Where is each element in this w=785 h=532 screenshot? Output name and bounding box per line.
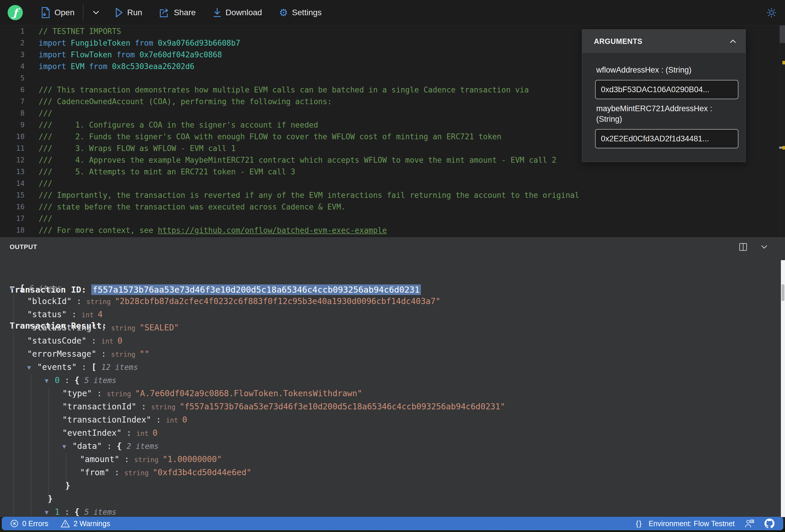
line-number: 3 — [0, 49, 25, 60]
json-row: ▼"data" : { 2 items — [0, 439, 779, 453]
line-number: 10 — [0, 131, 25, 143]
line-number: 6 — [0, 84, 25, 96]
open-dropdown-button[interactable] — [86, 7, 106, 19]
toolbar-divider — [83, 4, 83, 21]
code-line: 17/// — [0, 213, 785, 224]
arguments-body: wflowAddressHex : (String) maybeMintERC7… — [582, 53, 745, 148]
theme-toggle-sun-icon[interactable] — [766, 7, 777, 18]
download-button[interactable]: Download — [207, 5, 268, 21]
warning-marker-1 — [782, 61, 785, 65]
flow-runner-window: ƒ Open — [0, 0, 785, 530]
line-number: 11 — [0, 143, 25, 154]
indent-guide — [66, 453, 67, 492]
status-bar: 0 Errors 2 Warnings {} Environment: Flow… — [2, 517, 783, 530]
arguments-title: ARGUMENTS — [594, 37, 642, 46]
argument-label-maybemint: maybeMintERC721AddressHex : (String) — [596, 103, 733, 124]
json-row: } — [0, 479, 779, 492]
transaction-result-tree: ▼{ 6 items"blockId" : string "2b28cbfb87… — [0, 281, 779, 517]
errors-label: 0 Errors — [22, 520, 48, 528]
json-row: "errorMessage" : string "" — [0, 347, 779, 360]
code-line: 13/// 5. Attempts to mint an ERC721 toke… — [0, 166, 785, 178]
settings-gear-icon: ⚙ — [279, 8, 288, 18]
line-number: 4 — [0, 60, 25, 72]
desktop-background: ƒ Open — [0, 0, 785, 532]
share-icon — [159, 8, 170, 18]
line-number: 16 — [0, 201, 25, 213]
output-scrollbar-thumb[interactable] — [782, 284, 784, 301]
line-number: 14 — [0, 178, 25, 189]
open-file-icon — [41, 7, 50, 18]
json-row: ▼"events" : [ 12 items — [0, 360, 779, 374]
line-number: 12 — [0, 154, 25, 166]
chevron-up-icon[interactable] — [729, 38, 737, 44]
line-number: 5 — [0, 72, 25, 84]
json-row: "statusString" : string "SEALED" — [0, 321, 779, 334]
environment-status[interactable]: {} Environment: Flow Testnet — [636, 519, 735, 528]
json-row: "blockId" : string "2b28cbfb87da2cfec4f0… — [0, 295, 779, 308]
warning-icon — [60, 519, 70, 528]
json-row: "eventIndex" : int 0 — [0, 426, 779, 439]
expand-arrow-icon[interactable]: ▼ — [10, 282, 20, 295]
argument-input-wflow[interactable] — [595, 80, 738, 99]
warning-marker-2 — [782, 146, 785, 150]
line-number: 7 — [0, 96, 25, 107]
expand-arrow-icon[interactable]: ▼ — [27, 361, 37, 374]
line-number: 2 — [0, 37, 25, 49]
editor-scrollbar[interactable] — [780, 25, 785, 43]
open-label: Open — [54, 8, 75, 17]
code-line: 15/// Importantly, the transaction is re… — [0, 189, 785, 201]
errors-status[interactable]: 0 Errors — [10, 519, 48, 528]
share-button[interactable]: Share — [154, 5, 201, 21]
json-row: "transactionIndex" : int 0 — [0, 413, 779, 426]
toolbar: ƒ Open — [0, 0, 785, 25]
warnings-label: 2 Warnings — [73, 520, 110, 528]
feedback-person-icon[interactable] — [744, 519, 755, 528]
json-row: "statusCode" : int 0 — [0, 334, 779, 347]
indent-guide — [31, 374, 31, 517]
code-link[interactable]: https://github.com/onflow/batched-evm-ex… — [158, 226, 387, 235]
line-number: 17 — [0, 213, 25, 224]
arguments-panel: ARGUMENTS wflowAddressHex : (String) may… — [582, 29, 746, 162]
expand-arrow-icon[interactable]: ▼ — [45, 374, 55, 387]
json-row: ▼1 : { 5 items — [0, 505, 779, 517]
environment-label: Environment: Flow Testnet — [649, 520, 735, 528]
line-number: 15 — [0, 189, 25, 201]
download-icon — [213, 8, 222, 18]
warnings-status[interactable]: 2 Warnings — [60, 519, 110, 528]
indent-guide — [14, 295, 14, 517]
indent-guide — [49, 387, 49, 505]
argument-input-maybemint[interactable] — [595, 129, 738, 148]
run-button[interactable]: Run — [110, 5, 148, 21]
split-editor-icon[interactable] — [739, 243, 748, 251]
run-play-icon — [115, 8, 123, 18]
line-number: 1 — [0, 25, 25, 37]
line-number: 9 — [0, 119, 25, 131]
output-title: OUTPUT — [10, 243, 37, 251]
json-row: ▼{ 6 items — [0, 281, 779, 295]
json-row: } — [0, 492, 779, 505]
flow-logo: ƒ — [8, 5, 23, 20]
open-button[interactable]: Open — [36, 4, 80, 21]
download-label: Download — [226, 8, 262, 17]
code-line: 16/// state before the transaction was e… — [0, 201, 785, 213]
github-icon[interactable] — [764, 518, 775, 529]
chevron-down-icon — [92, 10, 100, 16]
json-row: ▼0 : { 5 items — [0, 374, 779, 387]
error-icon — [10, 519, 19, 528]
line-number: 18 — [0, 224, 25, 236]
expand-arrow-icon[interactable]: ▼ — [62, 440, 72, 453]
output-panel: OUTPUT Transaction ID: f557a1573b7 — [0, 237, 785, 517]
braces-icon: {} — [636, 519, 642, 528]
settings-label: Settings — [292, 8, 322, 17]
json-row: "transactionId" : string "f557a1573b76aa… — [0, 400, 779, 413]
output-collapse-chevron-icon[interactable] — [760, 244, 768, 250]
json-row: "from" : string "0xfd3b4cd50d44e6ed" — [0, 466, 779, 479]
output-scrollbar-track[interactable] — [781, 260, 785, 517]
line-number: 13 — [0, 166, 25, 178]
code-line: 18/// For more context, see https://gith… — [0, 224, 785, 236]
json-row: "type" : string "A.7e60df042a9c0868.Flow… — [0, 387, 779, 400]
output-header: OUTPUT — [0, 237, 785, 256]
share-label: Share — [174, 8, 196, 17]
arguments-header[interactable]: ARGUMENTS — [582, 30, 745, 53]
settings-button[interactable]: ⚙ Settings — [274, 5, 327, 21]
